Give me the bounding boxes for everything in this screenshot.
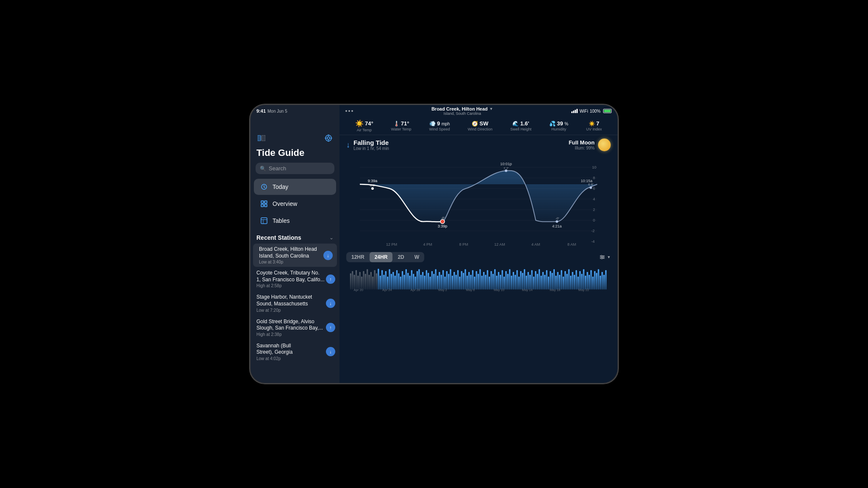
svg-point-39 (371, 187, 374, 190)
svg-text:-4: -4 (591, 239, 595, 244)
svg-rect-125 (470, 275, 471, 290)
svg-rect-77 (381, 270, 383, 290)
chart-settings-button[interactable]: ▼ (599, 254, 611, 260)
weather-uv: ☀️7 UV Index (586, 120, 602, 131)
svg-rect-85 (396, 270, 398, 290)
svg-rect-153 (522, 273, 523, 289)
svg-rect-64 (357, 276, 359, 290)
svg-rect-154 (524, 269, 525, 290)
svg-rect-103 (429, 277, 431, 290)
dots-menu[interactable] (345, 110, 353, 112)
svg-rect-119 (459, 277, 460, 290)
svg-rect-13 (261, 218, 267, 224)
station-badge: ↑ (326, 323, 335, 332)
nav-tables-label: Tables (273, 217, 289, 224)
svg-rect-102 (428, 273, 429, 289)
svg-rect-171 (555, 276, 556, 290)
app-title: Tide Guide (250, 146, 339, 163)
station-item-broad-creek[interactable]: Broad Creek, Hilton HeadIsland, South Ca… (253, 244, 337, 267)
station-item-coyote-creek[interactable]: Coyote Creek, Tributary No.1, San Franci… (250, 267, 339, 291)
sidebar-toggle-icon[interactable] (256, 133, 267, 143)
svg-rect-107 (437, 276, 438, 290)
svg-rect-83 (392, 272, 394, 289)
svg-rect-187 (585, 276, 586, 290)
weather-strip: ☀️74° Air Temp 🌡️71° Water Temp 💨9 mph W… (339, 117, 618, 135)
wifi-icon: WiFi (579, 109, 588, 114)
tide-chart: 10 8 6 4 2 0 -2 -4 12 PM 4 PM 8 PM 12 AM… (339, 155, 618, 383)
svg-text:-0': -0' (441, 216, 445, 220)
svg-text:12 PM: 12 PM (386, 242, 397, 247)
settings-icon[interactable] (323, 133, 334, 143)
svg-rect-10 (264, 201, 267, 203)
moon-icon (598, 139, 611, 151)
svg-point-59 (601, 258, 603, 259)
sliders-icon (599, 254, 605, 260)
svg-rect-74 (376, 273, 377, 289)
svg-rect-91 (407, 273, 409, 289)
location-chevron-icon: ▼ (490, 107, 493, 111)
svg-text:May 10: May 10 (494, 288, 504, 292)
svg-rect-170 (554, 269, 555, 290)
svg-rect-192 (594, 271, 595, 290)
time-btn-24hr[interactable]: 24HR (370, 252, 393, 262)
station-item-gold-street[interactable]: Gold Street Bridge, AlvisoSlough, San Fr… (250, 316, 339, 339)
station-item-savannah[interactable]: Savannah (BullStreet), Georgia Low at 4:… (250, 340, 339, 363)
svg-rect-158 (531, 270, 532, 290)
svg-rect-181 (574, 275, 575, 290)
weather-wind-speed: 💨9 mph Wind Speed (429, 120, 450, 131)
svg-rect-148 (513, 272, 514, 289)
sidebar-header (250, 129, 339, 146)
svg-rect-146 (509, 269, 510, 290)
svg-text:-0': -0' (556, 216, 559, 220)
wave-icon: 🌊 (512, 121, 519, 127)
station-name: Gold Street Bridge, AlvisoSlough, San Fr… (256, 319, 326, 332)
svg-rect-130 (479, 269, 481, 290)
search-icon: 🔍 (260, 166, 266, 172)
svg-rect-190 (590, 270, 592, 290)
svg-rect-196 (601, 272, 603, 289)
svg-rect-178 (568, 269, 570, 290)
time-btn-2d[interactable]: 2D (392, 252, 409, 262)
nav-item-today[interactable]: Today (254, 179, 336, 195)
svg-text:Apr 24: Apr 24 (382, 288, 392, 292)
svg-rect-87 (400, 277, 401, 290)
station-tide: Low at 4:02p (256, 356, 326, 361)
svg-rect-105 (433, 274, 434, 289)
svg-text:9:39a: 9:39a (368, 179, 378, 183)
svg-rect-121 (463, 273, 464, 289)
time-buttons: 12HR 24HR 2D W (346, 252, 424, 262)
svg-rect-76 (380, 276, 381, 290)
status-right: WiFi 100% (571, 109, 612, 114)
svg-rect-82 (391, 274, 392, 289)
station-item-stage-harbor[interactable]: Stage Harbor, NantucketSound, Massachuse… (250, 291, 339, 315)
svg-rect-67 (363, 271, 364, 290)
svg-rect-73 (374, 270, 375, 290)
svg-rect-132 (483, 272, 484, 289)
svg-text:0: 0 (593, 218, 595, 222)
search-bar[interactable]: 🔍 Search (256, 163, 334, 174)
svg-rect-138 (494, 269, 495, 290)
svg-rect-117 (455, 275, 456, 290)
svg-rect-97 (418, 269, 420, 290)
svg-rect-128 (476, 271, 477, 290)
svg-rect-131 (481, 276, 483, 290)
station-badge: ↓ (326, 299, 335, 308)
time-btn-12hr[interactable]: 12HR (346, 252, 370, 262)
svg-rect-123 (467, 276, 468, 290)
station-name: Broad Creek, Hilton HeadIsland, South Ca… (259, 246, 323, 259)
time-btn-w[interactable]: W (409, 252, 424, 262)
tide-type: Falling Tide (353, 139, 389, 146)
svg-rect-197 (604, 275, 605, 290)
svg-text:6.8': 6.8' (588, 183, 594, 186)
svg-point-57 (601, 255, 602, 257)
station-info: Coyote Creek, Tributary No.1, San Franci… (256, 270, 326, 288)
nav-item-tables[interactable]: Tables (254, 213, 336, 229)
battery-icon: 100% (590, 109, 601, 114)
weather-humidity: 💦39 % Humidity (549, 120, 568, 131)
svg-text:6.9': 6.9' (370, 183, 376, 187)
station-name: Coyote Creek, Tributary No.1, San Franci… (256, 270, 326, 283)
nav-item-overview[interactable]: Overview (254, 196, 336, 212)
chevron-down-icon[interactable]: ⌄ (329, 235, 334, 241)
svg-rect-109 (441, 275, 442, 290)
svg-rect-124 (468, 272, 470, 289)
